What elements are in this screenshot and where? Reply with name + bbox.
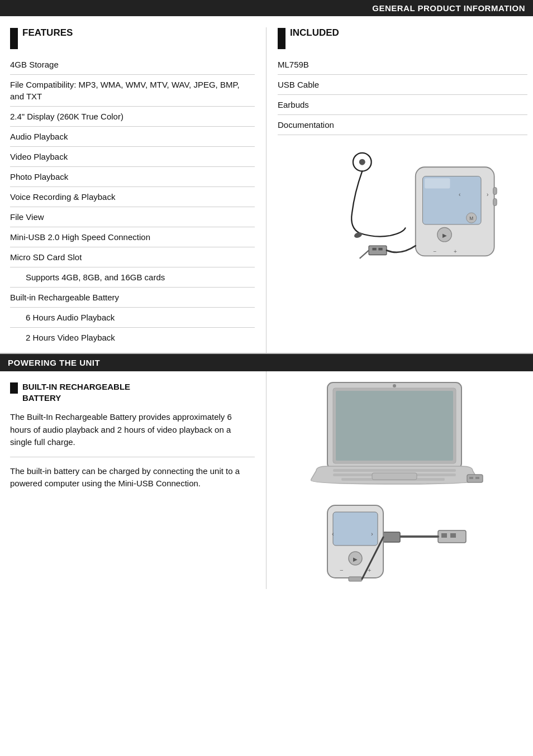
feature-item: Photo Playback: [10, 167, 255, 187]
svg-rect-33: [450, 533, 456, 538]
svg-rect-24: [333, 469, 456, 472]
powering-subtitle: BUILT-IN RECHARGEABLE BATTERY: [10, 381, 255, 403]
feature-item: File View: [10, 207, 255, 227]
svg-text:▶: ▶: [442, 232, 446, 238]
included-column: INCLUDED ML759B USB Cable Earbuds Docume…: [266, 27, 533, 353]
feature-item: 2 Hours Video Playback: [10, 328, 255, 347]
features-title: FEATURES: [22, 27, 73, 39]
top-section: FEATURES 4GB Storage File Compatibility:…: [0, 16, 533, 354]
powering-title: POWERING THE UNIT: [8, 358, 100, 367]
feature-item: 4GB Storage: [10, 55, 255, 75]
svg-rect-10: [493, 188, 496, 195]
feature-item: Voice Recording & Playback: [10, 187, 255, 207]
feature-item: Audio Playback: [10, 127, 255, 147]
feature-item: Built-in Rechargeable Battery: [10, 288, 255, 308]
page-header: GENERAL PRODUCT INFORMATION: [0, 0, 533, 16]
product-image: ▶ − + M ‹ ›: [278, 146, 527, 269]
svg-text:M: M: [469, 216, 473, 221]
included-item: USB Cable: [278, 75, 527, 95]
feature-item: File Compatibility: MP3, WMA, WMV, MTV, …: [10, 75, 255, 107]
powering-paragraph-1: The Built-In Rechargeable Battery provid…: [10, 411, 255, 457]
svg-rect-34: [383, 532, 400, 542]
feature-item: Mini-USB 2.0 High Speed Connection: [10, 227, 255, 247]
svg-rect-43: [349, 577, 362, 581]
powering-paragraph-2: The built-in battery can be charged by c…: [10, 465, 255, 498]
powering-section: BUILT-IN RECHARGEABLE BATTERY The Built-…: [0, 371, 533, 589]
svg-line-6: [359, 250, 368, 259]
included-icon-rect: [278, 28, 285, 49]
powering-text-column: BUILT-IN RECHARGEABLE BATTERY The Built-…: [0, 371, 266, 589]
feature-item: 2.4" Display (260K True Color): [10, 107, 255, 127]
svg-rect-36: [333, 512, 378, 546]
svg-rect-9: [425, 178, 450, 188]
svg-text:+: +: [453, 248, 456, 255]
svg-rect-29: [469, 477, 473, 479]
features-icon-rect: [10, 28, 18, 49]
included-item: Earbuds: [278, 95, 527, 115]
svg-rect-32: [441, 533, 447, 538]
product-illustration: ▶ − + M ‹ ›: [299, 152, 506, 264]
laptop-illustration: [311, 377, 489, 489]
features-column: FEATURES 4GB Storage File Compatibility:…: [0, 27, 266, 353]
included-title: INCLUDED: [290, 27, 339, 39]
svg-rect-5: [378, 248, 382, 251]
powering-header: POWERING THE UNIT: [0, 354, 533, 371]
svg-text:‹: ‹: [332, 530, 334, 537]
included-item: Documentation: [278, 115, 527, 135]
powering-subtitle-text: BUILT-IN RECHARGEABLE BATTERY: [22, 381, 130, 403]
feature-item: 6 Hours Audio Playback: [10, 308, 255, 328]
features-title-block: FEATURES: [10, 27, 255, 49]
header-title: GENERAL PRODUCT INFORMATION: [372, 3, 525, 13]
feature-item: Video Playback: [10, 147, 255, 167]
feature-item: Micro SD Card Slot: [10, 247, 255, 267]
svg-text:›: ›: [487, 192, 488, 198]
svg-text:−: −: [433, 248, 436, 255]
svg-text:▶: ▶: [353, 556, 358, 562]
svg-point-1: [359, 159, 365, 165]
powering-image-column: ▶ − + ‹ ›: [266, 371, 533, 589]
svg-rect-4: [372, 248, 376, 251]
svg-rect-11: [493, 199, 496, 206]
player-usb-illustration: ▶ − + ‹ ›: [311, 494, 489, 583]
svg-text:‹: ‹: [459, 192, 460, 198]
svg-rect-27: [372, 473, 417, 480]
included-item: ML759B: [278, 55, 527, 75]
included-title-block: INCLUDED: [278, 27, 527, 49]
svg-text:−: −: [340, 567, 343, 573]
feature-item: Supports 4GB, 8GB, and 16GB cards: [10, 267, 255, 288]
svg-rect-30: [475, 477, 479, 479]
svg-rect-3: [369, 246, 387, 255]
svg-text:›: ›: [371, 530, 373, 537]
powering-icon-rect: [10, 382, 18, 394]
svg-rect-22: [336, 391, 453, 461]
svg-point-23: [393, 384, 396, 387]
